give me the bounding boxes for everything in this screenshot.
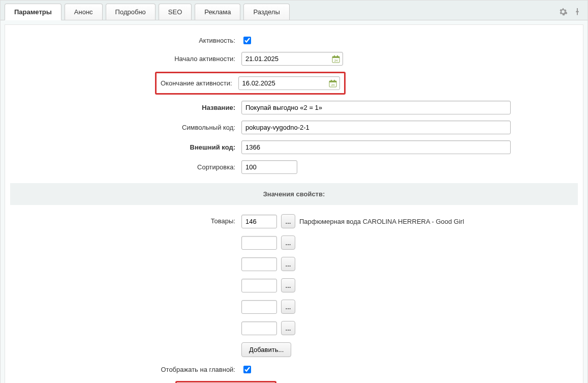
tab-sections[interactable]: Разделы — [243, 4, 289, 20]
activity-checkbox[interactable] — [243, 37, 251, 44]
start-label: Начало активности: — [10, 55, 241, 63]
tab-detail[interactable]: Подробно — [106, 4, 156, 20]
end-label: Окончание активности: — [161, 79, 238, 87]
show-main-label: Отображать на главной: — [10, 366, 241, 373]
name-input[interactable] — [241, 101, 511, 114]
goods-id-input[interactable] — [241, 279, 277, 292]
show-main-checkbox[interactable] — [243, 366, 251, 373]
tab-anons[interactable]: Анонс — [65, 4, 103, 20]
goods-id-input[interactable] — [241, 257, 277, 271]
goods-row: ... Парфюмерная вода CAROLINA HERRERA - … — [241, 214, 464, 228]
goods-row: ... — [241, 300, 295, 314]
tab-params[interactable]: Параметры — [5, 4, 61, 20]
name-label: Название: — [10, 104, 241, 111]
pin-icon[interactable] — [573, 8, 581, 16]
tab-seo[interactable]: SEO — [159, 4, 192, 20]
goods-row: ... — [241, 278, 295, 292]
end-date-highlight: Окончание активности: 24 — [155, 72, 346, 95]
goods-row: ... — [241, 321, 295, 335]
goods-id-input[interactable] — [241, 300, 277, 314]
gear-icon[interactable] — [559, 8, 567, 16]
goods-id-input[interactable] — [241, 321, 277, 335]
code-label: Символьный код: — [10, 124, 241, 131]
goods-id-input[interactable] — [241, 236, 277, 250]
end-date-input[interactable] — [238, 76, 340, 90]
goods-browse-button[interactable]: ... — [281, 300, 295, 314]
properties-section-header: Значения свойств: — [10, 183, 578, 205]
code-input[interactable] — [241, 121, 511, 134]
goods-browse-button[interactable]: ... — [281, 278, 295, 292]
tabs-bar: Параметры Анонс Подробно SEO Реклама Раз… — [1, 1, 587, 20]
goods-name-text: Парфюмерная вода CAROLINA HERRERA - Good… — [299, 218, 464, 225]
external-input[interactable] — [241, 140, 511, 154]
sort-input[interactable] — [241, 160, 297, 174]
sort-label: Сортировка: — [10, 163, 241, 171]
show-counter-highlight: ? Отображать счетчик: — [175, 381, 276, 383]
goods-id-input[interactable] — [241, 215, 277, 228]
goods-browse-button[interactable]: ... — [281, 257, 295, 271]
start-date-input[interactable] — [241, 52, 343, 66]
goods-browse-button[interactable]: ... — [281, 214, 295, 228]
tab-adv[interactable]: Реклама — [195, 4, 240, 20]
goods-row: ... — [241, 235, 295, 250]
goods-row: ... — [241, 257, 295, 271]
external-label: Внешний код: — [10, 143, 241, 151]
goods-label: Товары: — [10, 214, 241, 225]
goods-browse-button[interactable]: ... — [281, 235, 295, 250]
add-goods-button[interactable]: Добавить... — [241, 342, 291, 357]
goods-browse-button[interactable]: ... — [281, 321, 295, 335]
activity-label: Активность: — [10, 37, 241, 44]
form-panel: Активность: Начало активности: 24 Оконча… — [5, 24, 583, 383]
